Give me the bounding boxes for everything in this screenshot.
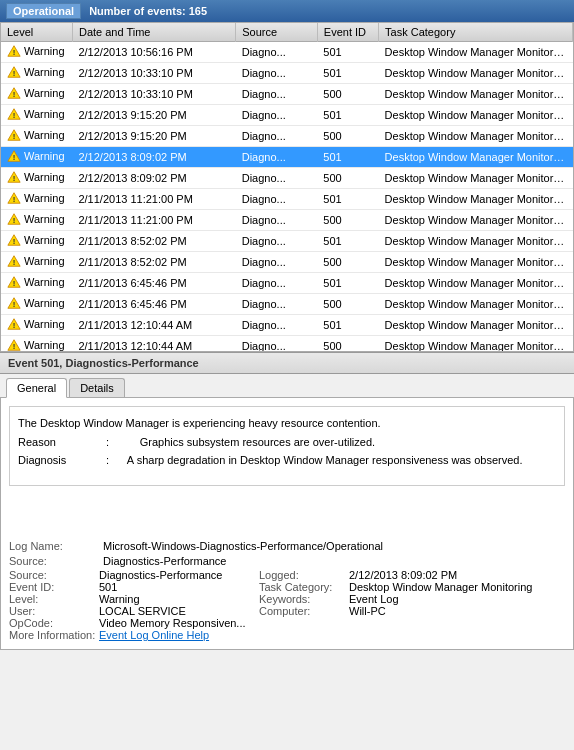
logged-lbl: Logged: xyxy=(259,569,349,581)
opcode-val: Video Memory Responsiven... xyxy=(99,617,565,629)
level-text: Warning xyxy=(24,171,65,183)
tabs-bar: General Details xyxy=(0,374,574,398)
cell-category: Desktop Window Manager Monitoring xyxy=(379,105,573,126)
col-eventid[interactable]: Event ID xyxy=(317,23,378,42)
cell-source: Diagno... xyxy=(236,42,318,63)
table-row[interactable]: !Warning2/12/2013 9:15:20 PMDiagno...500… xyxy=(1,126,573,147)
table-row[interactable]: !Warning2/11/2013 12:10:44 AMDiagno...50… xyxy=(1,315,573,336)
warning-icon: !Warning xyxy=(7,254,65,268)
cell-eventid: 501 xyxy=(317,42,378,63)
svg-text:!: ! xyxy=(13,153,16,162)
events-count: Number of events: 165 xyxy=(89,5,207,17)
diagnosis-row: Diagnosis : A sharp degradation in Deskt… xyxy=(18,452,556,469)
col-datetime[interactable]: Date and Time xyxy=(72,23,235,42)
table-row[interactable]: !Warning2/11/2013 8:52:02 PMDiagno...501… xyxy=(1,231,573,252)
cell-level: !Warning xyxy=(1,315,72,336)
cell-eventid: 501 xyxy=(317,105,378,126)
cell-category: Desktop Window Manager Monitoring xyxy=(379,231,573,252)
cell-level: !Warning xyxy=(1,189,72,210)
cell-eventid: 500 xyxy=(317,294,378,315)
event-table-container[interactable]: Level Date and Time Source Event ID Task… xyxy=(0,22,574,352)
cell-category: Desktop Window Manager Monitoring xyxy=(379,147,573,168)
event-message-box: The Desktop Window Manager is experienci… xyxy=(9,406,565,486)
table-header-row: Level Date and Time Source Event ID Task… xyxy=(1,23,573,42)
cell-category: Desktop Window Manager Monitoring xyxy=(379,189,573,210)
svg-text:!: ! xyxy=(13,111,16,120)
tab-details[interactable]: Details xyxy=(69,378,125,397)
table-row[interactable]: !Warning2/11/2013 8:52:02 PMDiagno...500… xyxy=(1,252,573,273)
cell-category: Desktop Window Manager Monitoring xyxy=(379,126,573,147)
cell-level: !Warning xyxy=(1,336,72,353)
properties-section: Log Name: Microsoft-Windows-Diagnostics-… xyxy=(9,540,565,567)
cell-eventid: 500 xyxy=(317,126,378,147)
col-category[interactable]: Task Category xyxy=(379,23,573,42)
col-level[interactable]: Level xyxy=(1,23,72,42)
svg-text:!: ! xyxy=(13,279,16,288)
cell-date: 2/12/2013 10:33:10 PM xyxy=(72,84,235,105)
table-row[interactable]: !Warning2/12/2013 10:56:16 PMDiagno...50… xyxy=(1,42,573,63)
table-row[interactable]: !Warning2/11/2013 6:45:46 PMDiagno...500… xyxy=(1,294,573,315)
eventid-val: 501 xyxy=(99,581,259,593)
cell-source: Diagno... xyxy=(236,147,318,168)
warning-icon: !Warning xyxy=(7,44,65,58)
cell-level: !Warning xyxy=(1,147,72,168)
diagnosis-label: Diagnosis xyxy=(18,452,103,469)
table-row[interactable]: !Warning2/11/2013 12:10:44 AMDiagno...50… xyxy=(1,336,573,353)
cell-level: !Warning xyxy=(1,231,72,252)
level-text: Warning xyxy=(24,339,65,351)
svg-text:!: ! xyxy=(13,321,16,330)
cell-date: 2/11/2013 12:10:44 AM xyxy=(72,315,235,336)
keywords-val: Event Log xyxy=(349,593,565,605)
cell-date: 2/12/2013 8:09:02 PM xyxy=(72,168,235,189)
cell-source: Diagno... xyxy=(236,231,318,252)
table-row[interactable]: !Warning2/12/2013 9:15:20 PMDiagno...501… xyxy=(1,105,573,126)
message-text: The Desktop Window Manager is experienci… xyxy=(18,415,556,432)
props-row-5: OpCode: Video Memory Responsiven... xyxy=(9,617,565,629)
level-text: Warning xyxy=(24,276,65,288)
tab-general[interactable]: General xyxy=(6,378,67,398)
svg-text:!: ! xyxy=(13,216,16,225)
source-val: Diagnostics-Performance xyxy=(99,569,259,581)
level-text: Warning xyxy=(24,129,65,141)
cell-eventid: 501 xyxy=(317,315,378,336)
table-row[interactable]: !Warning2/11/2013 11:21:00 PMDiagno...50… xyxy=(1,189,573,210)
cell-level: !Warning xyxy=(1,126,72,147)
level-text: Warning xyxy=(24,234,65,246)
moreinfo-lbl: More Information: xyxy=(9,629,99,641)
cell-source: Diagno... xyxy=(236,336,318,353)
cell-category: Desktop Window Manager Monitoring xyxy=(379,252,573,273)
svg-text:!: ! xyxy=(13,237,16,246)
svg-text:!: ! xyxy=(13,132,16,141)
col-source[interactable]: Source xyxy=(236,23,318,42)
cell-eventid: 501 xyxy=(317,273,378,294)
table-row[interactable]: !Warning2/12/2013 8:09:02 PMDiagno...500… xyxy=(1,168,573,189)
cell-category: Desktop Window Manager Monitoring xyxy=(379,63,573,84)
cell-date: 2/11/2013 6:45:46 PM xyxy=(72,294,235,315)
cell-eventid: 501 xyxy=(317,189,378,210)
level-text: Warning xyxy=(24,108,65,120)
table-row[interactable]: !Warning2/12/2013 10:33:10 PMDiagno...50… xyxy=(1,63,573,84)
moreinfo-link[interactable]: Event Log Online Help xyxy=(99,629,209,641)
warning-icon: !Warning xyxy=(7,296,65,310)
level-text: Warning xyxy=(24,87,65,99)
cell-eventid: 500 xyxy=(317,168,378,189)
cell-level: !Warning xyxy=(1,105,72,126)
table-row[interactable]: !Warning2/12/2013 8:09:02 PMDiagno...501… xyxy=(1,147,573,168)
level-text: Warning xyxy=(24,297,65,309)
cell-source: Diagno... xyxy=(236,189,318,210)
diagnosis-colon: : xyxy=(106,454,124,466)
props-row-2: Event ID: 501 Task Category: Desktop Win… xyxy=(9,581,565,593)
level-text: Warning xyxy=(24,66,65,78)
svg-text:!: ! xyxy=(13,195,16,204)
operational-label: Operational xyxy=(6,3,81,19)
cell-category: Desktop Window Manager Monitoring xyxy=(379,42,573,63)
table-row[interactable]: !Warning2/11/2013 11:21:00 PMDiagno...50… xyxy=(1,210,573,231)
level-lbl: Level: xyxy=(9,593,99,605)
cell-date: 2/11/2013 11:21:00 PM xyxy=(72,189,235,210)
table-row[interactable]: !Warning2/11/2013 6:45:46 PMDiagno...501… xyxy=(1,273,573,294)
table-row[interactable]: !Warning2/12/2013 10:33:10 PMDiagno...50… xyxy=(1,84,573,105)
logged-val: 2/12/2013 8:09:02 PM xyxy=(349,569,565,581)
warning-icon: !Warning xyxy=(7,170,65,184)
cell-date: 2/11/2013 8:52:02 PM xyxy=(72,252,235,273)
source-value: Diagnostics-Performance xyxy=(103,555,284,567)
